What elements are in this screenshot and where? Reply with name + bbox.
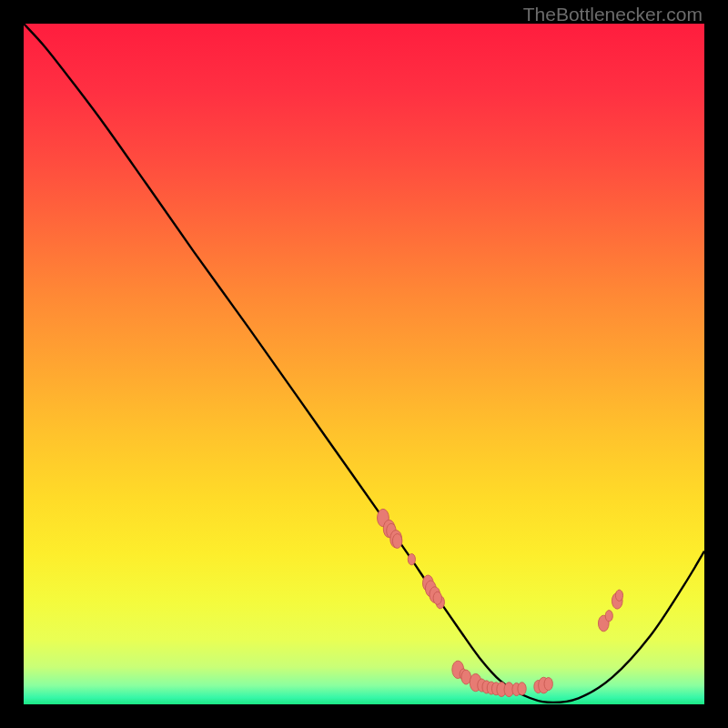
data-marker [433, 592, 441, 604]
plot-area [24, 24, 704, 704]
data-marker [408, 553, 415, 564]
bottleneck-curve [24, 24, 704, 704]
data-marker [605, 611, 612, 622]
data-marker [615, 590, 622, 601]
chart-frame: TheBottlenecker.com [0, 0, 728, 728]
data-marker [518, 682, 526, 695]
data-marker [544, 677, 552, 690]
data-marker [392, 534, 402, 549]
watermark-text: TheBottlenecker.com [523, 4, 703, 25]
